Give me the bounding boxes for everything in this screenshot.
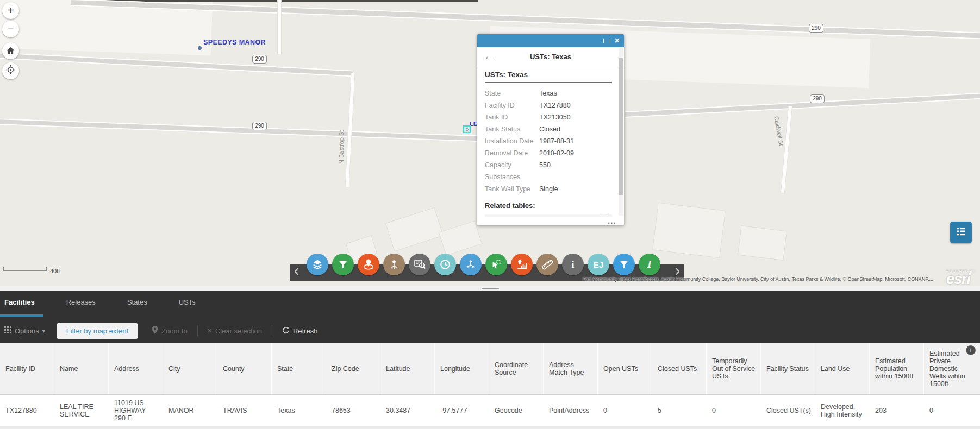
column-header[interactable]: Name bbox=[54, 343, 109, 394]
zoom-to-label: Zoom to bbox=[161, 327, 188, 335]
popup-body[interactable]: USTs: Texas StateTexasFacility IDTX12788… bbox=[477, 66, 624, 217]
column-header[interactable]: County bbox=[217, 343, 272, 394]
pin-icon bbox=[152, 326, 158, 336]
more-options-icon[interactable]: ••• bbox=[608, 220, 616, 226]
zoom-in-button[interactable]: + bbox=[2, 2, 19, 19]
tab-usts[interactable]: USTs bbox=[179, 298, 196, 314]
filter-by-map-extent-button[interactable]: Filter by map extent bbox=[57, 323, 138, 339]
popup-titlebar[interactable]: × bbox=[477, 34, 624, 47]
popup-footer: ••• bbox=[477, 217, 624, 225]
popup-scrollbar[interactable] bbox=[619, 48, 623, 216]
field-value: Closed bbox=[539, 125, 560, 133]
options-label: Options bbox=[15, 327, 39, 335]
share-tool-button[interactable] bbox=[460, 254, 482, 275]
clear-selection-button[interactable]: × Clear selection bbox=[208, 326, 262, 335]
pin-chart-tool-button[interactable] bbox=[511, 254, 533, 275]
street-caldwell bbox=[781, 106, 792, 193]
column-header[interactable]: Longitude bbox=[435, 343, 489, 394]
select-icon bbox=[490, 258, 502, 270]
drag-handle[interactable] bbox=[482, 288, 499, 289]
map-canvas[interactable]: 290 290 290 290 SPEEDYS MANOR N Bastrop … bbox=[0, 0, 980, 286]
column-header[interactable]: Address Match Type bbox=[544, 343, 598, 394]
ej-screening-tool-button[interactable]: EJ bbox=[588, 254, 609, 275]
home-button[interactable] bbox=[2, 42, 19, 59]
options-button[interactable]: Options ▾ bbox=[4, 326, 45, 335]
column-header[interactable]: Closed USTs bbox=[652, 343, 707, 394]
zoom-to-button[interactable]: Zoom to bbox=[152, 326, 188, 336]
back-arrow-icon[interactable]: ← bbox=[484, 51, 494, 62]
popup-title: USTs: Texas bbox=[494, 53, 607, 61]
table-tabs: FacilitiesReleasesStatesUSTs bbox=[4, 298, 227, 314]
field-value: 2010-02-09 bbox=[539, 149, 574, 157]
route-shield-290: 290 bbox=[810, 94, 825, 103]
filter-green-tool-button[interactable] bbox=[332, 254, 354, 275]
column-header[interactable]: Estimated Population within 1500ft bbox=[870, 343, 924, 394]
column-header[interactable]: Address bbox=[109, 343, 163, 394]
column-header[interactable]: Facility ID bbox=[0, 343, 54, 394]
field-value: Single bbox=[539, 185, 558, 193]
table-row[interactable]: TX127880LEAL TIRE SERVICE11019 US HIGHWA… bbox=[0, 395, 980, 426]
query-report-tool-button[interactable] bbox=[409, 254, 430, 275]
pin-network-tool-button[interactable] bbox=[383, 254, 405, 275]
add-column-icon[interactable]: + bbox=[966, 345, 976, 355]
locate-button[interactable] bbox=[2, 62, 19, 79]
layers-tool-button[interactable] bbox=[307, 254, 328, 275]
pin-chart-icon bbox=[516, 258, 528, 270]
column-header[interactable]: Zip Code bbox=[326, 343, 380, 394]
related-table-facilities[interactable]: Facilities › bbox=[485, 214, 612, 217]
location-pin-tool-button[interactable] bbox=[358, 254, 379, 275]
column-header[interactable]: Temporarily Out of Service USTs bbox=[707, 343, 761, 394]
column-header[interactable]: Facility Status bbox=[761, 343, 815, 394]
refresh-button[interactable]: Refresh bbox=[282, 326, 318, 336]
info-tool-button[interactable]: i bbox=[562, 254, 584, 275]
table-cell: 5 bbox=[652, 395, 707, 426]
clear-selection-label: Clear selection bbox=[215, 327, 262, 335]
select-tool-button[interactable] bbox=[485, 254, 507, 275]
esri-logo-text: esri bbox=[946, 273, 976, 285]
popup-heading: USTs: Texas bbox=[485, 71, 612, 83]
sketch-tool-button[interactable]: I bbox=[639, 254, 660, 275]
popup-field-row: Removal Date2010-02-09 bbox=[485, 147, 612, 159]
column-header[interactable]: Land Use bbox=[815, 343, 870, 394]
tab-states[interactable]: States bbox=[127, 298, 147, 314]
field-label: State bbox=[485, 90, 539, 97]
place-marker-dot bbox=[198, 46, 202, 50]
chevron-down-icon: ▾ bbox=[42, 328, 45, 334]
refresh-label: Refresh bbox=[293, 327, 318, 335]
column-header[interactable]: City bbox=[163, 343, 217, 394]
tab-releases[interactable]: Releases bbox=[66, 298, 96, 314]
street-label-caldwell: Caldwell St bbox=[773, 116, 784, 146]
time-slider-tool-button[interactable] bbox=[434, 254, 456, 275]
close-icon[interactable]: × bbox=[615, 36, 620, 45]
ruler-icon bbox=[541, 258, 554, 271]
table-cell: Developed, High Intensity bbox=[815, 395, 870, 426]
x-icon: × bbox=[208, 326, 212, 335]
route-shield-290: 290 bbox=[252, 122, 267, 130]
legend-list-icon bbox=[955, 225, 967, 239]
popup-fields: StateTexasFacility IDTX127880Tank IDTX21… bbox=[485, 87, 612, 195]
grid-icon bbox=[4, 326, 11, 335]
field-label: Tank ID bbox=[485, 113, 539, 121]
filter-blue-tool-button[interactable] bbox=[613, 254, 635, 275]
zoom-out-button[interactable]: − bbox=[2, 21, 19, 37]
column-header[interactable]: State bbox=[272, 343, 326, 394]
column-header[interactable]: Coordinate Source bbox=[489, 343, 544, 394]
toolbar-scroll-left-icon[interactable] bbox=[294, 267, 299, 279]
related-tables-label: Related tables: bbox=[485, 201, 612, 211]
field-label: Facility ID bbox=[485, 102, 539, 109]
scrollbar-thumb[interactable] bbox=[619, 58, 623, 195]
table-cell: TRAVIS bbox=[217, 395, 272, 426]
pin-oval-icon bbox=[362, 258, 375, 271]
column-header[interactable]: Open USTs bbox=[598, 343, 652, 394]
street-label-n-bastrop: N Bastrop St bbox=[338, 130, 345, 164]
table-cell: 30.3487 bbox=[380, 395, 435, 426]
measure-tool-button[interactable] bbox=[536, 254, 558, 275]
maximize-icon[interactable] bbox=[603, 39, 609, 43]
chevron-right-icon: › bbox=[599, 217, 609, 217]
panel-splitter[interactable] bbox=[0, 286, 980, 291]
popup-field-row: Tank IDTX213050 bbox=[485, 111, 612, 123]
attribute-table-toggle-button[interactable] bbox=[950, 222, 972, 243]
selected-feature-marker[interactable] bbox=[463, 125, 471, 133]
column-header[interactable]: Latitude bbox=[380, 343, 435, 394]
tab-facilities[interactable]: Facilities bbox=[4, 298, 35, 314]
